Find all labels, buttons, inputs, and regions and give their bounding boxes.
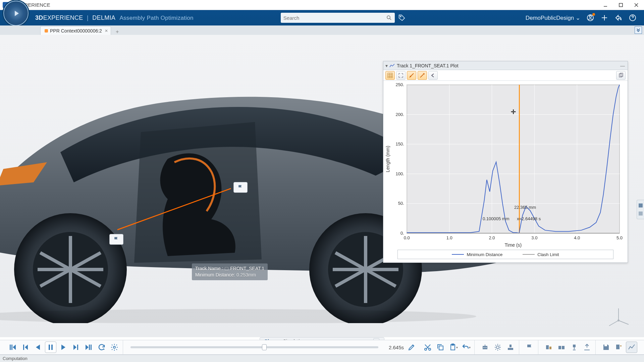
plot-titlebar[interactable]: ▾ Track 1_FRONT_SEAT.1 Plot — xyxy=(383,61,628,70)
svg-rect-52 xyxy=(49,345,50,350)
document-tabstrip: PPR Context00000006:2 ✕ + xyxy=(0,25,644,35)
svg-text:150.: 150. xyxy=(396,141,404,146)
svg-text:1.0: 1.0 xyxy=(446,235,452,240)
legend-label-min-distance: Minimum Distance xyxy=(467,252,502,257)
window-close-button[interactable] xyxy=(629,0,644,10)
chart-icon xyxy=(389,64,395,68)
svg-point-19 xyxy=(618,319,620,321)
svg-rect-67 xyxy=(549,347,551,349)
play-reverse-button[interactable] xyxy=(32,342,44,353)
svg-text:3.0: 3.0 xyxy=(531,235,537,240)
settings-button[interactable] xyxy=(109,342,120,353)
share-icon[interactable] xyxy=(614,14,623,22)
window-maximize-button[interactable] xyxy=(613,0,629,10)
svg-text:200.: 200. xyxy=(396,112,404,117)
tag-icon[interactable] xyxy=(398,14,406,21)
plot-tool-marker[interactable] xyxy=(418,71,427,80)
tab-close-button[interactable]: ✕ xyxy=(105,28,108,33)
search-icon[interactable] xyxy=(386,15,392,21)
svg-rect-57 xyxy=(439,346,443,350)
svg-rect-64 xyxy=(508,348,513,350)
add-icon[interactable] xyxy=(600,14,608,22)
status-text: Computation xyxy=(3,356,28,361)
plot-tool-grid[interactable] xyxy=(385,71,395,80)
plot-tool-fit[interactable] xyxy=(396,71,406,80)
window-minimize-button[interactable] xyxy=(598,0,613,10)
svg-rect-70 xyxy=(573,345,576,347)
document-tab[interactable]: PPR Context00000006:2 ✕ xyxy=(40,26,111,35)
svg-text:Length (mm): Length (mm) xyxy=(385,146,390,172)
3d-viewport[interactable]: ❯ xyxy=(0,35,644,337)
axis-triad-icon xyxy=(605,304,632,330)
svg-point-2 xyxy=(400,16,401,17)
plot-panel: ▾ Track 1_FRONT_SEAT.1 Plot — 0.01.02.03… xyxy=(383,61,628,263)
svg-text:5.0: 5.0 xyxy=(616,235,623,240)
tool-flag-button[interactable] xyxy=(524,342,535,353)
cut-button[interactable] xyxy=(422,342,433,353)
right-side-toolbar[interactable] xyxy=(637,200,644,219)
tool-b-button[interactable] xyxy=(556,342,567,353)
svg-rect-69 xyxy=(562,346,565,349)
flag-marker-start[interactable] xyxy=(109,234,123,245)
tool-assemble-button[interactable] xyxy=(505,342,516,353)
search-field[interactable] xyxy=(281,13,395,23)
svg-text:4.0: 4.0 xyxy=(574,235,580,240)
compass-icon[interactable] xyxy=(3,1,29,26)
svg-rect-65 xyxy=(509,345,512,347)
plot-annotation-x: x=2.64498 s xyxy=(517,216,541,221)
svg-text:Time (s): Time (s) xyxy=(505,242,522,248)
tab-label: PPR Context00000006:2 xyxy=(50,28,102,34)
search-input[interactable] xyxy=(283,15,386,21)
time-edit-button[interactable] xyxy=(406,342,417,353)
svg-point-4 xyxy=(589,15,591,17)
notifications-icon[interactable] xyxy=(586,14,594,22)
pause-button[interactable] xyxy=(45,342,56,353)
plot-tool-cursor[interactable] xyxy=(407,71,416,80)
svg-rect-20 xyxy=(388,73,392,78)
time-slider[interactable] xyxy=(130,346,378,348)
plot-annotation-value: 22.365 mm xyxy=(514,205,536,210)
tool-a-button[interactable] xyxy=(543,342,554,353)
skip-end-button[interactable] xyxy=(83,342,95,353)
tool-robot-button[interactable] xyxy=(479,342,491,353)
plot-area[interactable]: 0.01.02.03.04.05.00.50.100.150.200.250.T… xyxy=(383,81,628,262)
help-icon[interactable] xyxy=(629,14,637,22)
tab-modified-icon xyxy=(45,29,48,33)
step-back-button[interactable] xyxy=(19,342,31,353)
svg-rect-0 xyxy=(619,3,623,7)
plot-tool-back[interactable] xyxy=(428,71,438,80)
user-menu[interactable]: DemoPublicDesign ⌄ xyxy=(526,14,580,21)
plot-tool-copy[interactable] xyxy=(616,71,626,80)
loop-button[interactable] xyxy=(96,342,107,353)
tool-gear-button[interactable] xyxy=(492,342,503,353)
tool-save-button[interactable] xyxy=(600,342,612,353)
plot-canvas[interactable]: 0.01.02.03.04.05.00.50.100.150.200.250.T… xyxy=(383,81,628,263)
flag-marker-end[interactable] xyxy=(233,182,248,193)
svg-text:2.0: 2.0 xyxy=(489,235,495,240)
plot-menu-button[interactable]: ▾ xyxy=(383,63,389,68)
svg-point-18 xyxy=(0,309,476,323)
copy-button[interactable] xyxy=(435,342,446,353)
svg-text:100.: 100. xyxy=(396,171,404,176)
restore-window-button[interactable] xyxy=(635,26,642,34)
brand-label: 3DEXPERIENCE | DELMIA Assembly Path Opti… xyxy=(35,14,194,21)
tool-c-button[interactable] xyxy=(569,342,580,353)
tool-chart-button[interactable] xyxy=(626,342,637,353)
svg-rect-66 xyxy=(546,345,549,349)
tool-d-button[interactable] xyxy=(581,342,593,353)
skip-start-button[interactable] xyxy=(7,342,18,353)
step-forward-button[interactable] xyxy=(70,342,82,353)
tab-add-button[interactable]: + xyxy=(114,29,121,35)
svg-point-56 xyxy=(429,348,431,350)
svg-point-21 xyxy=(410,76,411,77)
svg-rect-68 xyxy=(558,346,561,349)
play-button[interactable] xyxy=(58,342,69,353)
plot-toolbar xyxy=(383,70,628,81)
svg-text:50.: 50. xyxy=(398,201,404,206)
paste-button[interactable]: ▾ xyxy=(447,342,459,353)
tool-export-button[interactable] xyxy=(613,342,625,353)
plot-minimize-button[interactable]: — xyxy=(618,63,628,68)
app-header: 3DEXPERIENCE | DELMIA Assembly Path Opti… xyxy=(0,10,644,25)
status-bar: Computation xyxy=(0,355,644,362)
undo-button[interactable]: ▾ xyxy=(460,342,472,353)
